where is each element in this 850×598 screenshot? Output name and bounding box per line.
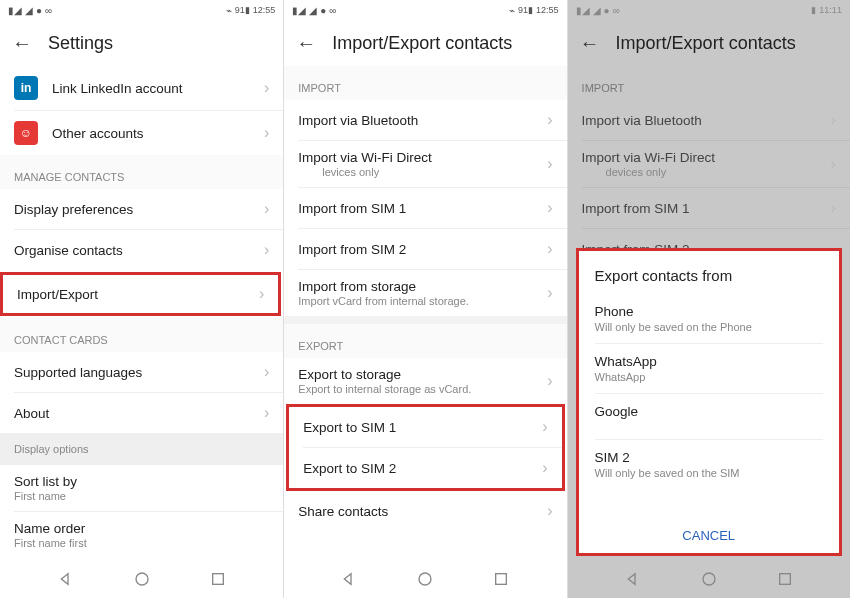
import-sim1-item[interactable]: Import from SIM 1 › (284, 188, 566, 228)
chevron-right-icon: › (264, 124, 269, 142)
chevron-right-icon: › (547, 240, 552, 258)
settings-screen: ▮◢ ◢ ● ∞ ⌁ 91▮ 12:55 ← Settings in Link … (0, 0, 283, 598)
dialog-option-whatsapp[interactable]: WhatsApp WhatsApp (579, 344, 839, 393)
about-item[interactable]: About › (0, 393, 283, 433)
import-export-item[interactable]: Import/Export › (0, 272, 281, 316)
item-sublabel: First name first (14, 537, 269, 549)
item-sublabel: First name (14, 490, 269, 502)
import-bluetooth-item[interactable]: Import via Bluetooth › (284, 100, 566, 140)
item-label: Organise contacts (14, 243, 264, 258)
item-label: Export to storage (298, 367, 547, 382)
signal2-icon: ◢ (593, 5, 601, 16)
signal2-icon: ◢ (25, 5, 33, 16)
item-sublabel: levices only (298, 166, 547, 178)
header: ← Import/Export contacts (284, 20, 566, 66)
chevron-right-icon: › (542, 459, 547, 477)
nav-recent-icon[interactable] (777, 571, 793, 587)
nav-recent-icon[interactable] (493, 571, 509, 587)
item-sublabel: Export to internal storage as vCard. (298, 383, 547, 395)
share-contacts-item[interactable]: Share contacts › (284, 491, 566, 531)
back-icon[interactable]: ← (580, 32, 600, 55)
block-divider (284, 316, 566, 324)
item-label: Import via Wi-Fi Direct (298, 150, 547, 165)
dialog-title: Export contacts from (579, 251, 839, 294)
chat-icon: ● (320, 5, 326, 16)
back-icon[interactable]: ← (12, 32, 32, 55)
svg-rect-3 (496, 574, 507, 585)
other-accounts-item[interactable]: ☺ Other accounts › (0, 111, 283, 155)
option-label: Phone (595, 304, 823, 319)
import-storage-item[interactable]: Import from storage Import vCard from in… (284, 270, 566, 316)
dialog-option-sim2[interactable]: SIM 2 Will only be saved on the SIM (579, 440, 839, 489)
supported-languages-item[interactable]: Supported languages › (0, 352, 283, 392)
signal-icon: ▮◢ (576, 5, 590, 16)
link-linkedin-item[interactable]: in Link LinkedIn account › (0, 66, 283, 110)
export-sim1-item[interactable]: Export to SIM 1 › (289, 407, 561, 447)
bluetooth-icon: ⌁ (509, 5, 515, 16)
item-label: Import from SIM 1 (298, 201, 547, 216)
option-label: WhatsApp (595, 354, 823, 369)
back-icon[interactable]: ← (296, 32, 316, 55)
clock: 11:11 (819, 5, 842, 15)
nav-back-icon[interactable] (625, 571, 641, 587)
status-bar: ▮◢ ◢ ● ∞ ⌁ 91▮ 12:55 (284, 0, 566, 20)
section-manage-contacts: MANAGE CONTACTS (0, 155, 283, 189)
item-sublabel: devices only (582, 166, 831, 178)
export-dialog-screen: ▮◢ ◢ ● ∞ ▮ 11:11 ← Import/Export contact… (567, 0, 850, 598)
chevron-right-icon: › (831, 111, 836, 129)
chat-icon: ● (36, 5, 42, 16)
name-order-item[interactable]: Name order First name first (0, 512, 283, 558)
import-wifi-item[interactable]: Import via Wi-Fi Direct devices only › (568, 141, 850, 187)
item-label: Import via Wi-Fi Direct (582, 150, 831, 165)
section-import: IMPORT (284, 66, 566, 100)
signal-icon: ▮◢ (8, 5, 22, 16)
nav-home-icon[interactable] (134, 571, 150, 587)
status-bar: ▮◢ ◢ ● ∞ ▮ 11:11 (568, 0, 850, 20)
sort-list-by-item[interactable]: Sort list by First name (0, 465, 283, 511)
item-label: Name order (14, 521, 269, 536)
infinity-icon: ∞ (613, 5, 620, 16)
nav-recent-icon[interactable] (210, 571, 226, 587)
item-label: Import via Bluetooth (582, 113, 831, 128)
svg-point-0 (136, 573, 148, 585)
import-bluetooth-item[interactable]: Import via Bluetooth › (568, 100, 850, 140)
item-label: Export to SIM 1 (303, 420, 542, 435)
nav-bar (568, 560, 850, 598)
import-sim1-item[interactable]: Import from SIM 1 › (568, 188, 850, 228)
item-label: Display preferences (14, 202, 264, 217)
chevron-right-icon: › (547, 155, 552, 173)
nav-home-icon[interactable] (701, 571, 717, 587)
item-label: Export to SIM 2 (303, 461, 542, 476)
cancel-button[interactable]: CANCEL (579, 514, 839, 553)
clock: 12:55 (253, 5, 276, 15)
svg-point-2 (419, 573, 431, 585)
chevron-right-icon: › (264, 200, 269, 218)
chevron-right-icon: › (264, 79, 269, 97)
export-contacts-dialog: Export contacts from Phone Will only be … (576, 248, 842, 556)
option-sublabel: Will only be saved on the Phone (595, 321, 823, 333)
chevron-right-icon: › (547, 502, 552, 520)
organise-contacts-item[interactable]: Organise contacts › (0, 230, 283, 270)
dialog-option-google[interactable]: Google (579, 394, 839, 429)
import-wifi-item[interactable]: Import via Wi-Fi Direct levices only › (284, 141, 566, 187)
item-label: Share contacts (298, 504, 547, 519)
chevron-right-icon: › (264, 363, 269, 381)
nav-home-icon[interactable] (417, 571, 433, 587)
nav-back-icon[interactable] (341, 571, 357, 587)
nav-back-icon[interactable] (58, 571, 74, 587)
item-label: Import from storage (298, 279, 547, 294)
chevron-right-icon: › (547, 111, 552, 129)
chevron-right-icon: › (831, 199, 836, 217)
import-export-screen: ▮◢ ◢ ● ∞ ⌁ 91▮ 12:55 ← Import/Export con… (283, 0, 566, 598)
export-storage-item[interactable]: Export to storage Export to internal sto… (284, 358, 566, 404)
dialog-option-phone[interactable]: Phone Will only be saved on the Phone (579, 294, 839, 343)
display-preferences-item[interactable]: Display preferences › (0, 189, 283, 229)
section-export: EXPORT (284, 324, 566, 358)
battery-icon: ▮ (811, 5, 816, 15)
export-sim2-item[interactable]: Export to SIM 2 › (289, 448, 561, 488)
import-sim2-item[interactable]: Import from SIM 2 › (284, 229, 566, 269)
svg-point-4 (703, 573, 715, 585)
signal2-icon: ◢ (309, 5, 317, 16)
chevron-right-icon: › (542, 418, 547, 436)
nav-bar (0, 560, 283, 598)
